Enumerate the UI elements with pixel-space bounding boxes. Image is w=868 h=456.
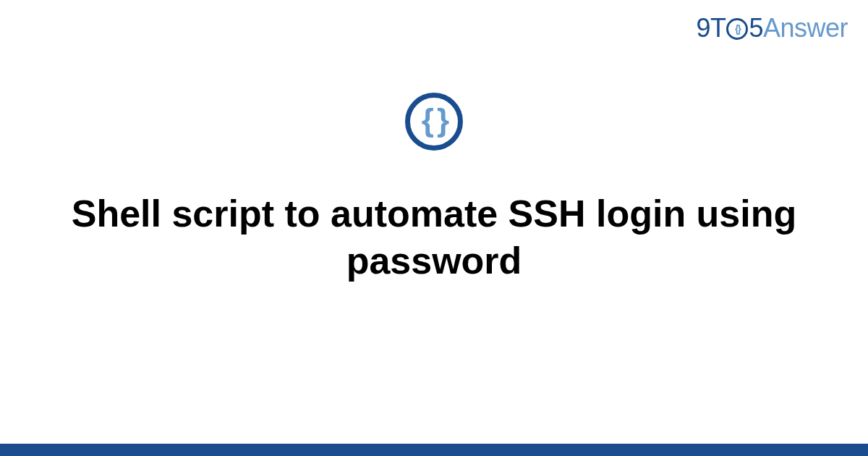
page-title: Shell script to automate SSH login using… <box>0 190 868 284</box>
logo-text-answer: Answer <box>763 13 848 43</box>
logo-circle-icon: {} <box>726 18 748 40</box>
footer-accent-bar <box>0 444 868 456</box>
logo-text-9t: 9T <box>696 13 726 43</box>
braces-glyph: { } <box>422 104 446 136</box>
code-braces-icon: { } <box>405 93 463 151</box>
logo-braces-small: {} <box>735 24 740 34</box>
logo-text-5: 5 <box>749 13 763 43</box>
site-logo: 9T {} 5 Answer <box>696 13 848 43</box>
